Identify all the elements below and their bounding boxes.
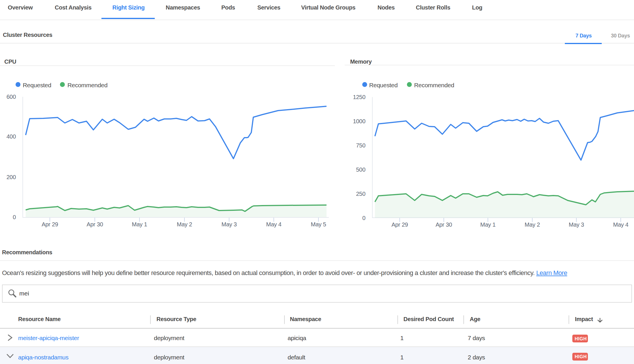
svg-text:Apr 29: Apr 29 bbox=[391, 221, 408, 228]
svg-text:May 2: May 2 bbox=[177, 221, 192, 227]
svg-text:200: 200 bbox=[7, 174, 16, 180]
svg-text:1250: 1250 bbox=[353, 94, 365, 100]
svg-text:May 3: May 3 bbox=[222, 221, 237, 227]
svg-text:1000: 1000 bbox=[353, 118, 365, 124]
svg-text:May 4: May 4 bbox=[613, 221, 629, 228]
svg-text:400: 400 bbox=[7, 133, 16, 140]
svg-text:600: 600 bbox=[7, 94, 16, 100]
svg-text:May 4: May 4 bbox=[266, 221, 282, 227]
svg-text:May 1: May 1 bbox=[480, 221, 496, 228]
svg-text:May 2: May 2 bbox=[525, 221, 540, 228]
svg-text:500: 500 bbox=[356, 166, 366, 173]
svg-text:0: 0 bbox=[362, 215, 365, 221]
svg-text:May 5: May 5 bbox=[311, 221, 326, 227]
svg-text:Apr 29: Apr 29 bbox=[41, 221, 58, 227]
svg-text:250: 250 bbox=[356, 191, 366, 197]
svg-text:May 3: May 3 bbox=[569, 221, 584, 228]
svg-text:0: 0 bbox=[13, 214, 16, 220]
svg-text:Apr 30: Apr 30 bbox=[86, 221, 103, 227]
svg-text:Apr 30: Apr 30 bbox=[435, 221, 452, 228]
svg-text:750: 750 bbox=[356, 142, 366, 149]
svg-text:May 1: May 1 bbox=[132, 221, 147, 227]
